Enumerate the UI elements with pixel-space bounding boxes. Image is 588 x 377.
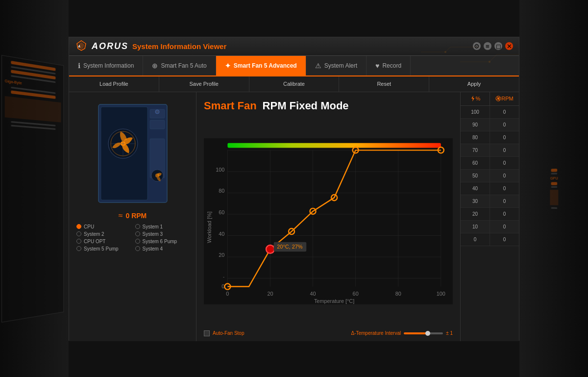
fan-option-cpu-opt[interactable]: CPU OPT: [76, 239, 130, 244]
title-bar: A AORUS System Information Viewer ⚙ ≡ ◻: [69, 37, 519, 56]
reset-button[interactable]: Reset: [339, 76, 429, 92]
svg-line-4: [445, 47, 450, 52]
fan-option-system2[interactable]: System 2: [76, 231, 130, 237]
svg-text:60: 60: [219, 209, 224, 215]
fan-option-system6-pump[interactable]: System 6 Pump: [135, 239, 189, 244]
svg-text:20: 20: [267, 290, 273, 296]
fan-auto-icon: ⊕: [152, 62, 158, 70]
svg-text:A: A: [77, 45, 80, 48]
rpm-cell-rpm[interactable]: [490, 182, 519, 195]
fan-option-cpu[interactable]: CPU: [76, 224, 130, 229]
rpm-cell-rpm[interactable]: [490, 157, 519, 169]
rpm-table-row: 100: [461, 106, 519, 119]
alert-icon: ⚠: [315, 62, 321, 70]
logo-text: AORUS: [92, 41, 128, 51]
logo-area: A AORUS: [75, 40, 128, 52]
pc-panel: ≈ 0 RPM CPU System 1 System 2: [69, 92, 196, 341]
chart-footer: Auto-Fan Stop Δ-Temperature Interval ± 1: [204, 330, 453, 336]
rpm-cell-percent: 100: [461, 106, 490, 118]
rpm-cell-percent: 80: [461, 131, 490, 144]
rpm-cell-percent: 30: [461, 195, 490, 207]
svg-point-9: [444, 51, 446, 53]
svg-text:0: 0: [226, 290, 229, 296]
rpm-cell-percent: 90: [461, 119, 490, 131]
calibrate-button[interactable]: Calibrate: [249, 76, 340, 92]
rpm-table-row: 70: [461, 144, 519, 157]
pc-case-svg: [89, 100, 177, 207]
fan-option-system4[interactable]: System 4: [135, 246, 189, 251]
svg-text:100: 100: [437, 290, 445, 296]
rpm-table-row: 50: [461, 170, 519, 182]
pc-case-visualization: [89, 100, 177, 207]
fan-option-system5-pump[interactable]: System 5 Pump: [76, 246, 130, 251]
main-container: Giga-Byte GPU: [0, 0, 588, 377]
side-panel-left: Giga-Byte: [0, 0, 69, 377]
svg-text:-: -: [223, 274, 224, 279]
svg-text:20°C, 27%: 20°C, 27%: [277, 244, 302, 250]
lightning-icon: [470, 95, 476, 102]
tab-system-information[interactable]: ℹ System Information: [69, 56, 143, 75]
rpm-cell-rpm[interactable]: [490, 131, 519, 144]
rpm-cell-rpm[interactable]: [490, 106, 519, 118]
rpm-cell-rpm[interactable]: [490, 208, 519, 220]
chart-title-smart-fan: Smart Fan: [204, 100, 257, 112]
tab-smart-fan-auto[interactable]: ⊕ Smart Fan 5 Auto: [143, 56, 216, 75]
svg-text:40: 40: [219, 230, 224, 236]
tab-record[interactable]: ♥ Record: [367, 56, 411, 75]
rpm-value: 0 RPM: [125, 212, 147, 220]
tab-smart-fan-advanced[interactable]: ✦ Smart Fan 5 Advanced: [216, 56, 306, 75]
rpm-cell-rpm[interactable]: [490, 233, 519, 246]
rpm-th-icon-rpm: RPM: [490, 92, 519, 105]
svg-text:40: 40: [310, 290, 316, 296]
rpm-th-icon-percent: %: [461, 92, 490, 105]
rpm-cell-rpm[interactable]: [490, 195, 519, 207]
svg-rect-14: [150, 120, 165, 129]
chart-area[interactable]: 0 20 40 60 80 100 Temperature [°C] 0 - 2…: [204, 116, 453, 327]
auto-fan-stop-checkbox[interactable]: [204, 330, 210, 336]
rpm-cell-percent: 50: [461, 170, 490, 182]
temp-interval-thumb[interactable]: [425, 331, 430, 336]
fan-option-system1[interactable]: System 1: [135, 224, 189, 229]
rpm-cell-rpm[interactable]: [490, 119, 519, 131]
rpm-cell-percent: 70: [461, 144, 490, 156]
app-window: A AORUS System Information Viewer ⚙ ≡ ◻: [69, 37, 519, 341]
rpm-cell-percent: 40: [461, 182, 490, 195]
fan-table-icon: [495, 96, 501, 101]
fan-radio-system3: [135, 231, 140, 236]
svg-text:80: 80: [395, 290, 401, 296]
load-profile-button[interactable]: Load Profile: [69, 76, 159, 92]
fan-option-system3[interactable]: System 3: [135, 231, 189, 237]
main-content: ≈ 0 RPM CPU System 1 System 2: [69, 92, 519, 341]
chart-panel: Smart Fan RPM Fixed Mode: [196, 92, 460, 341]
rpm-table-row: 60: [461, 157, 519, 170]
tab-system-alert[interactable]: ⚠ System Alert: [306, 56, 367, 75]
fan-radio-system6-pump: [135, 239, 140, 244]
rpm-icon: ≈: [119, 211, 123, 220]
temp-interval-slider[interactable]: [404, 332, 443, 334]
chart-header: Smart Fan RPM Fixed Mode: [204, 100, 453, 112]
svg-line-7: [490, 54, 497, 62]
svg-text:Workload [%]: Workload [%]: [206, 211, 212, 243]
svg-text:20: 20: [219, 252, 224, 258]
fan-advanced-icon: ✦: [225, 62, 231, 70]
rpm-table-row: 10: [461, 221, 519, 233]
rpm-table-row: 30: [461, 195, 519, 208]
rpm-table-row: 0: [461, 233, 519, 246]
side-content-left: Giga-Byte: [1, 55, 64, 323]
svg-text:60: 60: [353, 290, 359, 296]
rpm-cell-rpm[interactable]: [490, 170, 519, 182]
aorus-logo-icon: A: [75, 40, 88, 52]
rpm-cell-rpm[interactable]: [490, 221, 519, 233]
svg-rect-24: [204, 138, 453, 304]
svg-marker-63: [471, 96, 474, 101]
save-profile-button[interactable]: Save Profile: [159, 76, 249, 92]
rpm-table-row: 80: [461, 131, 519, 144]
fan-radio-system4: [135, 246, 140, 251]
chart-title-mode: RPM Fixed Mode: [263, 100, 349, 112]
rpm-cell-rpm[interactable]: [490, 144, 519, 156]
rpm-cell-percent: 10: [461, 221, 490, 233]
auto-fan-stop-control[interactable]: Auto-Fan Stop: [204, 330, 244, 336]
svg-point-10: [489, 61, 490, 63]
svg-point-55: [266, 245, 274, 253]
fan-radio-system1: [135, 224, 140, 229]
